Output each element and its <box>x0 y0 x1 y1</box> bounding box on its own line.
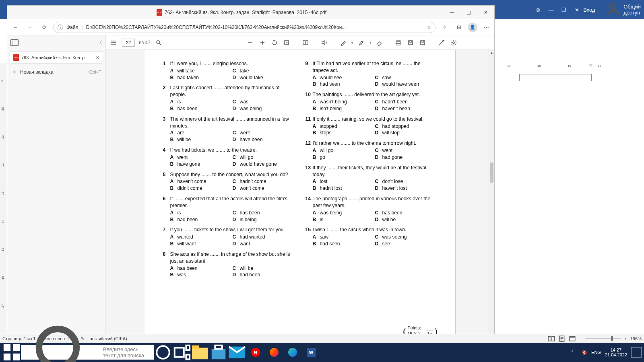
restore-icon[interactable]: ❐ <box>560 6 568 14</box>
file-label: Файл <box>66 25 78 30</box>
tray-expand-icon[interactable]: ˄ <box>571 350 574 355</box>
collections-icon[interactable]: ⊞ <box>453 22 464 33</box>
option-a: wanted <box>178 234 193 241</box>
favorites-icon[interactable]: ✧ <box>439 22 450 33</box>
scrollbar-thumb[interactable] <box>490 162 493 183</box>
zoom-in-button[interactable]: + <box>624 336 627 341</box>
option-a: is <box>178 210 181 216</box>
chevron-down-icon[interactable]: ▾ <box>369 41 372 45</box>
read-mode-icon[interactable] <box>548 335 555 342</box>
option-d: had been <box>240 272 260 278</box>
zoom-level[interactable]: 196% <box>630 336 642 341</box>
firefox-icon[interactable] <box>265 343 283 362</box>
erase-icon[interactable] <box>376 39 384 47</box>
autosave-icon[interactable]: ⎚ <box>534 6 542 14</box>
address-bar[interactable]: i Файл | D:/ВСЕ%20ПО%20СТАРЛАЙТУ%20и%20С… <box>53 22 436 33</box>
scroll-up-icon[interactable]: ▲ <box>489 50 494 56</box>
zoom-out-button[interactable]: − <box>579 336 582 341</box>
mail-icon[interactable] <box>228 343 246 362</box>
svg-point-1 <box>111 41 111 41</box>
vertical-scrollbar[interactable]: ▲ ▼ <box>489 50 494 340</box>
option-d: see <box>382 241 390 247</box>
option-b: had seen <box>320 241 340 247</box>
store-icon[interactable] <box>209 343 228 362</box>
option-b: isn't being <box>320 105 342 112</box>
question: 15I wish I ....... the circus when it wa… <box>305 226 438 247</box>
fit-page-icon[interactable] <box>283 39 291 47</box>
share-button[interactable]: Общий доступ <box>604 1 641 19</box>
option-a: was being <box>320 210 342 216</box>
question-text: Suppose they ....... to the concert, wha… <box>170 171 295 178</box>
highlight-icon[interactable] <box>357 39 365 47</box>
window-min-button[interactable]: — <box>444 6 460 19</box>
word-icon[interactable]: W <box>302 343 320 362</box>
option-b: didn't come <box>178 185 202 192</box>
option-d: haven't been <box>382 105 410 112</box>
sidebar-new-tab[interactable]: ＋ Новая вкладка Ctrl+T <box>7 65 105 79</box>
volume-icon[interactable]: 🔇 <box>582 350 587 355</box>
cortana-icon[interactable] <box>154 343 172 362</box>
chevron-down-icon[interactable]: ▾ <box>351 41 353 45</box>
min-icon[interactable]: — <box>547 6 555 14</box>
forward-button[interactable]: → <box>24 22 35 33</box>
sidebar-thumbnails-icon[interactable] <box>10 39 19 46</box>
taskbar-search[interactable]: Введите здесь текст для поиска <box>21 345 154 360</box>
option-b: was <box>178 272 186 278</box>
fullscreen-icon[interactable] <box>438 39 446 47</box>
question-number: 15 <box>305 226 313 247</box>
clock[interactable]: 14:27 21.04.2022 <box>605 348 627 357</box>
option-c: was <box>240 99 249 105</box>
page-view-icon[interactable] <box>301 39 310 47</box>
option-c: has been <box>240 210 260 216</box>
close-icon[interactable]: ✕ <box>96 55 99 60</box>
print-layout-icon[interactable] <box>558 335 566 342</box>
browser-window: 763- Английский яз. 9кл. Контр. задан. S… <box>7 6 494 340</box>
yandex-icon[interactable]: Я <box>246 343 265 362</box>
profile-avatar-icon[interactable]: 👤 <box>468 23 477 32</box>
sidebar-tab-current[interactable]: 763- Английский яз. 9кл. Контр ✕ <box>10 51 103 64</box>
print-icon[interactable] <box>394 39 402 47</box>
notifications-icon[interactable] <box>631 347 642 358</box>
back-button[interactable]: ← <box>10 22 21 33</box>
read-aloud-icon[interactable] <box>320 39 328 47</box>
window-close-button[interactable]: ✕ <box>477 6 494 19</box>
close-icon[interactable]: ✕ <box>573 6 581 14</box>
window-max-button[interactable]: ▢ <box>460 6 477 19</box>
question-text: If you ....... tickets to the show, I wi… <box>170 226 295 233</box>
edge-icon[interactable] <box>283 343 302 362</box>
rotate-icon[interactable] <box>270 39 279 47</box>
login-link[interactable]: Вход <box>583 7 595 13</box>
sidebar-collapse-icon[interactable]: 〈 <box>97 39 102 46</box>
save-icon[interactable] <box>407 39 415 47</box>
question-number: 7 <box>163 226 170 247</box>
zoom-out-icon[interactable] <box>246 39 254 47</box>
explorer-icon[interactable] <box>191 343 209 362</box>
svg-point-13 <box>453 41 454 43</box>
question-text: I wish I ....... the circus when it was … <box>313 226 438 233</box>
question-number: 12 <box>305 140 313 160</box>
new-tab-shortcut: Ctrl+T <box>89 70 101 74</box>
zoom-slider[interactable] <box>585 338 621 339</box>
question-text: If only it ....... raining, so we could … <box>313 116 438 123</box>
browser-tab-title: 763- Английский яз. 9кл. Контр. задан. S… <box>157 9 326 16</box>
refresh-button[interactable]: ⟳ <box>39 22 50 33</box>
save-as-icon[interactable] <box>419 39 427 47</box>
settings-icon[interactable] <box>450 39 458 47</box>
toc-icon[interactable] <box>110 39 118 47</box>
star-icon[interactable]: ☆ <box>427 25 431 30</box>
clock-date: 21.04.2022 <box>605 352 627 357</box>
zoom-in-icon[interactable] <box>258 39 266 47</box>
start-button[interactable] <box>2 343 21 362</box>
ruler-indent-icon[interactable]: ▽ <box>589 63 592 68</box>
pdf-viewer[interactable]: 1If I were you, I ....... singing lesson… <box>106 50 494 340</box>
site-info-icon[interactable]: i <box>58 25 63 30</box>
search-icon[interactable] <box>155 39 163 47</box>
draw-icon[interactable] <box>339 39 347 47</box>
task-view-icon[interactable] <box>172 343 191 362</box>
input-lang[interactable]: ENG <box>591 350 601 355</box>
pdf-icon <box>157 9 162 16</box>
page-input[interactable] <box>122 39 135 47</box>
web-layout-icon[interactable] <box>569 335 576 342</box>
svg-rect-14 <box>548 336 551 341</box>
menu-icon[interactable]: ⋯ <box>481 22 492 33</box>
